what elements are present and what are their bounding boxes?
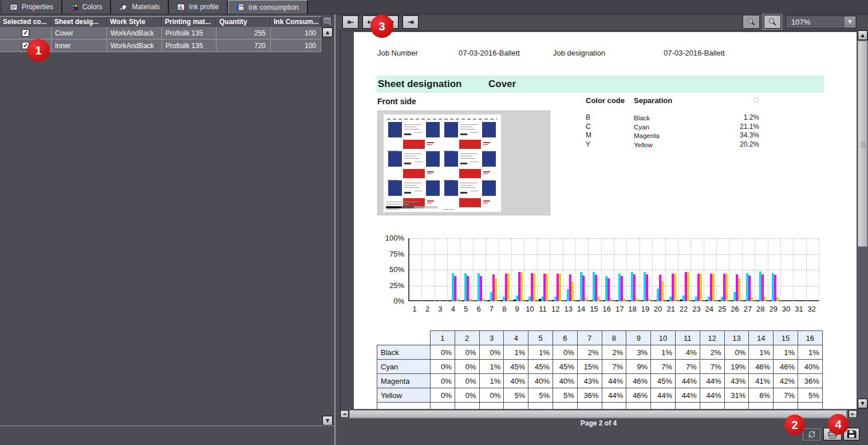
zoom-in-button[interactable] [743, 15, 760, 29]
coverage-value: 46% [626, 374, 651, 388]
tab-materials[interactable]: Materials [111, 0, 169, 14]
horizontal-scrollbar[interactable]: ◄ ► [340, 409, 857, 419]
bar-yellow [648, 298, 650, 302]
column-number-header: 8 [602, 331, 626, 345]
table-row[interactable]: ✓CoverWorkAndBackProfisilk 135255100 [0, 27, 321, 40]
coverage-value: 2% [602, 345, 626, 360]
annotation-callout-4: 4 [828, 414, 849, 435]
bar-yellow [482, 298, 484, 302]
bar-yellow [533, 274, 535, 301]
scroll-down-button[interactable]: ▼ [858, 399, 867, 408]
annotation-callout-3: 3 [370, 15, 393, 38]
bar-yellow [559, 274, 561, 301]
coverage-value: 44% [700, 388, 724, 403]
coverage-value: 0% [455, 388, 479, 403]
color-code-row: CCyan21.1% [586, 123, 761, 132]
bar-yellow [712, 274, 715, 301]
column-chooser-icon[interactable] [322, 16, 333, 27]
separation-row-label: Magenta [377, 374, 431, 388]
x-tick-label: 32 [806, 305, 818, 313]
row-checkbox[interactable]: ✓ [22, 29, 29, 37]
bar-yellow [751, 297, 753, 301]
scroll-up-button[interactable]: ▲ [858, 30, 867, 40]
bar-yellow [687, 272, 689, 301]
cell: 100 [271, 40, 321, 52]
coverage-value: 1% [774, 345, 798, 360]
scroll-right-button[interactable]: ► [849, 410, 857, 418]
column-header-5[interactable]: Quantity [216, 17, 271, 27]
coverage-value: 7% [602, 360, 626, 374]
coverage-value: 40% [553, 374, 577, 388]
first-page-button[interactable]: ⇤ [342, 15, 358, 29]
column-header-1[interactable]: Selected co... [0, 17, 52, 27]
coverage-value: 1% [749, 345, 774, 360]
job-designation-label: Job designation [553, 49, 605, 57]
column-header-6[interactable]: Ink Consum... [271, 17, 321, 27]
ink-table-row: Black0%0%0%1%1%0%2%2%3%1%4%2%0%1%1%1% [377, 345, 823, 360]
tab-ink-consumption[interactable]: Ink consumption [228, 0, 307, 14]
column-number-header: 7 [577, 331, 602, 345]
coverage-value: 2% [700, 345, 724, 360]
bar-group [409, 238, 422, 301]
last-page-button[interactable]: ⇥ [403, 15, 419, 29]
zoom-level-select[interactable]: 107% ▼ [786, 15, 857, 29]
vertical-scrollbar[interactable]: ▲ ▼ [857, 30, 868, 408]
tab-label: Ink profile [189, 3, 219, 11]
bar-yellow [764, 297, 766, 301]
bar-group [768, 238, 781, 301]
x-tick-label: 4 [447, 305, 459, 313]
x-tick-label: 5 [460, 305, 472, 313]
column-header-2[interactable]: Sheet desig... [52, 17, 107, 27]
separation-value: 21.1% [740, 123, 759, 131]
tab-properties[interactable]: Properties [2, 0, 62, 14]
sheet-thumbnail-image [384, 115, 501, 212]
vertical-scrollbar-thumb[interactable] [858, 41, 867, 247]
bar-yellow [636, 298, 638, 302]
zoom-level-value: 107% [791, 18, 810, 26]
ink-coverage-chart [408, 238, 819, 301]
y-tick-label: 0% [363, 297, 404, 305]
x-tick-label: 25 [716, 305, 728, 313]
color-code-header: Color code [586, 96, 625, 105]
x-tick-label: 19 [639, 305, 652, 313]
panel-divider[interactable] [334, 14, 336, 445]
bar-group [602, 238, 614, 301]
bar-group [550, 238, 563, 301]
bar-yellow [610, 298, 612, 302]
report-preview[interactable]: Job Number 07-03-2016-Ballett Job design… [340, 30, 857, 409]
sheet-designation-band: Sheet designation Cover [377, 76, 824, 93]
column-header-4[interactable]: Printing mat... [162, 17, 216, 27]
bar-group [678, 238, 691, 301]
zoom-out-button[interactable] [764, 15, 781, 29]
bar-group [576, 238, 589, 301]
bar-yellow [597, 297, 599, 301]
x-tick-label: 3 [434, 305, 447, 313]
coverage-value: 0% [455, 360, 479, 374]
column-header-3[interactable]: Work Style [107, 17, 162, 27]
bar-yellow [776, 297, 779, 301]
x-tick-label: 13 [562, 305, 575, 313]
refresh-button[interactable] [803, 428, 820, 440]
tab-colors[interactable]: Colors [62, 0, 112, 14]
x-tick-label: 11 [536, 305, 549, 313]
sheets-table-scrollbar[interactable]: ▲ ▼ [321, 16, 334, 426]
bar-group [499, 238, 512, 301]
tab-ink-profile[interactable]: Ink profile [169, 0, 228, 14]
horizontal-scrollbar-thumb[interactable] [349, 410, 847, 418]
scroll-down-button[interactable]: ▼ [322, 416, 333, 426]
sheets-table-header: Selected co...Sheet desig...Work StylePr… [0, 16, 321, 27]
scroll-up-button[interactable]: ▲ [322, 27, 333, 37]
cell: 720 [216, 40, 271, 52]
bar-magenta [621, 276, 623, 301]
scroll-left-button[interactable]: ◄ [340, 410, 349, 418]
x-tick-label: 16 [601, 305, 613, 313]
annotation-callout-1: 1 [27, 39, 50, 62]
column-number-header: 3 [479, 331, 504, 345]
chevron-down-icon[interactable]: ▼ [845, 17, 855, 27]
coverage-value: 0% [431, 345, 455, 360]
bar-yellow [546, 274, 548, 301]
tab-label: Materials [132, 3, 160, 11]
separation-row-label: Black [377, 345, 431, 360]
coverage-value: 0% [553, 345, 577, 360]
coverage-value: 45% [553, 360, 577, 374]
